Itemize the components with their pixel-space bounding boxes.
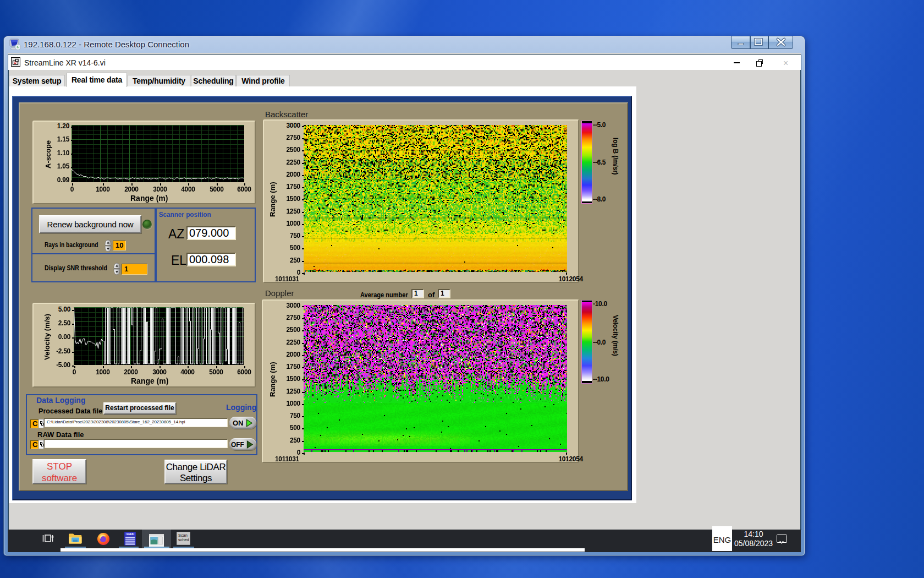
svg-text:sched: sched: [178, 537, 189, 542]
svg-text:GEEK: GEEK: [127, 533, 134, 536]
